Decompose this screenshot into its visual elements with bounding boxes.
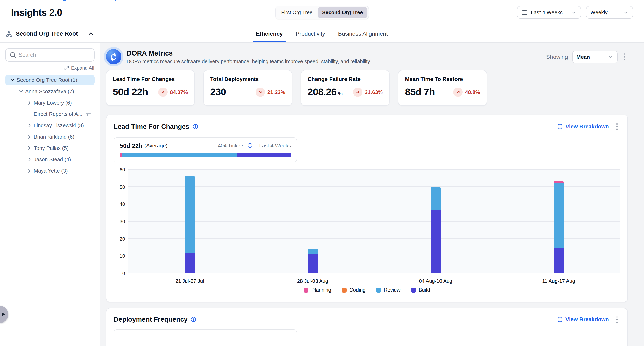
- tree-row[interactable]: Tony Pallas (5): [5, 143, 94, 154]
- search-input[interactable]: [5, 48, 94, 62]
- chart-plot-area: 0102030405060: [128, 170, 620, 273]
- sidebar-header[interactable]: Second Org Tree Root: [0, 25, 100, 42]
- tree-row[interactable]: Brian Kirkland (6): [5, 131, 94, 142]
- chevron-down-icon: [623, 9, 628, 15]
- info-icon[interactable]: [192, 124, 198, 130]
- legend-label: Review: [384, 287, 400, 293]
- metric-delta-badge: 40.8%: [453, 87, 480, 97]
- divider: [256, 142, 256, 149]
- chevron-right-icon[interactable]: [26, 134, 34, 140]
- bar-segment-build[interactable]: [185, 253, 195, 273]
- view-breakdown-label: View Breakdown: [566, 317, 609, 323]
- section-menu-kebab-icon[interactable]: [614, 122, 620, 132]
- metric-value-row: 50d 22h84.37%: [113, 86, 188, 98]
- summary-value: 50d 22h: [120, 142, 142, 149]
- chevron-right-icon[interactable]: [26, 168, 34, 174]
- legend-swatch: [376, 287, 381, 292]
- metric-delta-value: 21.23%: [268, 89, 285, 95]
- view-breakdown-button[interactable]: View Breakdown: [557, 317, 609, 323]
- dora-header: DORA Metrics DORA metrics measure softwa…: [106, 49, 628, 64]
- expand-all-button[interactable]: Expand All: [6, 65, 94, 71]
- bar-segment-review[interactable]: [185, 176, 195, 253]
- tab-productivity[interactable]: Productivity: [295, 25, 326, 42]
- bar-11-Aug-17-Aug[interactable]: [554, 181, 564, 273]
- tree-item-label: Second Org Tree Root (1): [17, 77, 77, 83]
- aggregation-select[interactable]: Mean: [572, 50, 618, 63]
- granularity-select[interactable]: Weekly: [586, 6, 633, 19]
- sidebar-title: Second Org Tree Root: [16, 30, 84, 37]
- metric-card[interactable]: Change Failure Rate208.26%31.63%: [301, 70, 390, 106]
- legend-item-build[interactable]: Build: [411, 287, 430, 293]
- chevron-down-icon[interactable]: [18, 88, 25, 94]
- gridline: [128, 204, 620, 204]
- metric-card[interactable]: Mean Time To Restore85d 7h40.8%: [398, 70, 487, 106]
- tree-row[interactable]: Lindsay Liszewski (8): [5, 120, 94, 131]
- legend-item-coding[interactable]: Coding: [342, 287, 366, 293]
- org-tree-toggle: First Org TreeSecond Org Tree: [275, 5, 369, 19]
- chevron-right-icon[interactable]: [26, 100, 34, 106]
- chevron-right-icon[interactable]: [26, 145, 34, 151]
- org-toggle-option[interactable]: First Org Tree: [277, 7, 317, 18]
- metric-delta-value: 31.63%: [365, 89, 383, 95]
- bar-segment-build[interactable]: [554, 248, 564, 273]
- arrow-up-right-icon: [158, 87, 168, 97]
- metric-value: 208.26: [308, 86, 336, 98]
- expand-arrows-icon: [64, 66, 69, 70]
- deployment-frequency-section: Deployment Frequency View Breakdown: [106, 308, 628, 346]
- chevron-up-icon[interactable]: [88, 30, 94, 37]
- tree-row[interactable]: Direct Reports of A...: [5, 109, 94, 120]
- phase-segment-planning: [120, 153, 122, 157]
- expand-corners-icon: [557, 124, 563, 130]
- info-icon[interactable]: [247, 143, 253, 148]
- bar-segment-review[interactable]: [308, 249, 318, 254]
- dora-menu-kebab-icon[interactable]: [622, 52, 628, 62]
- top-edge-artifact: [115, 0, 116, 1]
- bar-segment-build[interactable]: [430, 210, 441, 273]
- tab-efficiency[interactable]: Efficiency: [255, 25, 284, 42]
- metric-title: Total Deployments: [210, 76, 285, 82]
- y-tick-label: 50: [114, 184, 125, 190]
- view-breakdown-label: View Breakdown: [566, 124, 609, 130]
- tree-row[interactable]: Second Org Tree Root (1): [5, 75, 94, 85]
- tree-row[interactable]: Maya Yette (3): [5, 165, 94, 176]
- arrow-up-right-icon: [453, 87, 462, 97]
- info-icon[interactable]: [190, 317, 196, 323]
- tree-row[interactable]: Anna Scozzafava (7): [5, 86, 94, 97]
- bar-28-Jul-03-Aug[interactable]: [308, 249, 318, 273]
- tree-row[interactable]: Jason Stead (4): [5, 154, 94, 165]
- sliders-icon[interactable]: [86, 111, 91, 117]
- bar-segment-build[interactable]: [308, 254, 318, 273]
- legend-item-planning[interactable]: Planning: [304, 287, 331, 293]
- legend-label: Build: [418, 287, 430, 293]
- content-scroll-area[interactable]: DORA Metrics DORA metrics measure softwa…: [100, 42, 644, 346]
- chevron-down-icon[interactable]: [9, 77, 17, 83]
- search-icon: [9, 51, 16, 58]
- legend-swatch: [411, 287, 416, 292]
- tab-business-alignment[interactable]: Business Alignment: [337, 25, 388, 42]
- date-range-select[interactable]: Last 4 Weeks: [517, 6, 581, 19]
- metric-card[interactable]: Lead Time For Changes50d 22h84.37%: [106, 70, 195, 106]
- section-menu-kebab-icon[interactable]: [614, 315, 620, 325]
- phase-distribution-bar: [120, 153, 291, 157]
- deployment-summary: [114, 329, 297, 346]
- org-toggle-option[interactable]: Second Org Tree: [318, 7, 367, 18]
- view-breakdown-button[interactable]: View Breakdown: [557, 124, 609, 130]
- metric-card[interactable]: Total Deployments23021.23%: [203, 70, 292, 106]
- metric-value: 50d 22h: [113, 86, 148, 98]
- bar-segment-review[interactable]: [554, 183, 564, 248]
- tree-row[interactable]: Mary Lowery (6): [5, 97, 94, 108]
- bar-04-Aug-10-Aug[interactable]: [430, 187, 441, 273]
- tickets-count: 404 Tickets: [218, 142, 244, 149]
- bar-segment-review[interactable]: [430, 187, 441, 210]
- chevron-right-icon: [2, 312, 5, 317]
- metric-title: Change Failure Rate: [308, 76, 383, 82]
- phase-segment-build: [236, 153, 291, 157]
- chevron-right-icon[interactable]: [26, 156, 34, 163]
- bar-21-Jul-27-Jul[interactable]: [185, 176, 195, 273]
- main-area: EfficiencyProductivityBusiness Alignment…: [100, 25, 644, 346]
- x-tick-label: 21 Jul-27 Jul: [175, 278, 204, 284]
- chevron-right-icon[interactable]: [26, 122, 34, 128]
- legend-item-review[interactable]: Review: [376, 287, 400, 293]
- bar-segment-planning[interactable]: [554, 181, 564, 183]
- dora-iteration-icon: [106, 49, 121, 64]
